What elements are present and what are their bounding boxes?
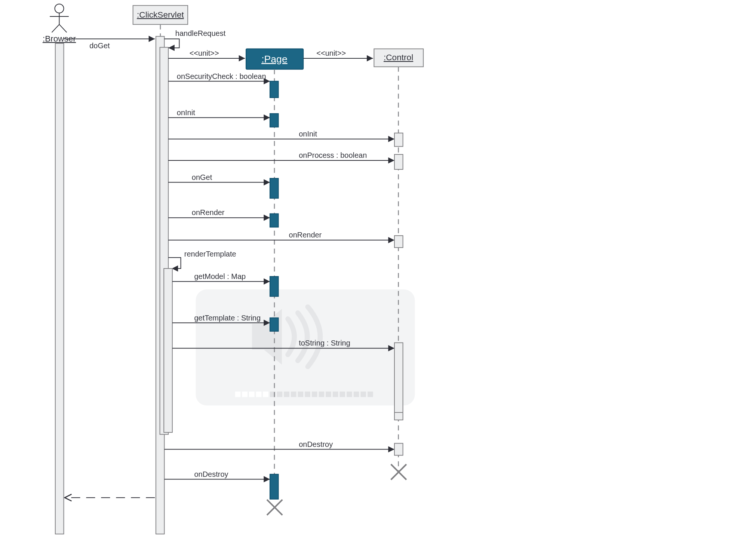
sequence-diagram: :Browser :ClickServlet :Page :Control do… (0, 0, 756, 540)
msg-doget-label: doGet (89, 42, 110, 50)
svg-rect-8 (291, 392, 296, 397)
svg-rect-14 (333, 392, 338, 397)
msg-onsecuritycheck-label: onSecurityCheck : boolean (177, 72, 266, 80)
activation-page-onget (270, 178, 279, 198)
activation-control-ondestroy (394, 444, 403, 455)
activation-page-securitycheck (270, 81, 279, 98)
destroy-control (391, 464, 406, 479)
msg-getmodel-label: getModel : Map (194, 272, 246, 280)
activation-control-onrender (394, 236, 403, 248)
activation-page-gettemplate (270, 318, 279, 331)
activation-clickservlet-rendertemplate (164, 269, 172, 432)
svg-rect-13 (326, 392, 331, 397)
activation-page-getmodel (270, 276, 279, 296)
activation-control-onprocess (394, 154, 403, 169)
svg-rect-16 (347, 392, 352, 397)
activation-control-oninit (394, 133, 403, 147)
svg-rect-15 (339, 392, 345, 397)
svg-rect-19 (368, 392, 373, 397)
msg-oninit-page-label: onInit (177, 108, 195, 117)
msg-handlerequest (165, 39, 179, 48)
msg-oninit-control-label: onInit (299, 130, 317, 138)
msg-tostring-label: toString : String (299, 339, 350, 347)
msg-onprocess-label: onProcess : boolean (299, 151, 367, 159)
activation-page-oninit (270, 114, 279, 127)
svg-rect-9 (298, 392, 304, 397)
svg-rect-7 (284, 392, 289, 397)
svg-rect-6 (277, 392, 283, 397)
msg-handlerequest-label: handleRequest (175, 29, 226, 37)
svg-rect-2 (249, 392, 255, 397)
svg-rect-0 (235, 392, 241, 397)
svg-rect-3 (256, 392, 262, 397)
msg-rendertemplate (168, 258, 181, 269)
destroy-page (267, 500, 282, 515)
msg-ondestroy-page-label: onDestroy (194, 470, 228, 478)
msg-unit-page-label: <<unit>> (190, 49, 219, 57)
msg-onrender-page-label: onRender (192, 208, 225, 217)
actor-browser: :Browser (43, 4, 76, 43)
msg-onget-label: onGet (192, 173, 212, 181)
svg-rect-11 (312, 392, 317, 397)
svg-rect-4 (263, 392, 268, 397)
svg-line-23 (52, 24, 59, 32)
msg-gettemplate-label: getTemplate : String (194, 314, 261, 322)
msg-onrender-control-label: onRender (289, 231, 322, 239)
msg-unit-control-label: <<unit>> (316, 49, 346, 57)
svg-point-20 (55, 4, 64, 13)
svg-rect-18 (360, 392, 366, 397)
svg-rect-10 (305, 392, 310, 397)
activation-control-tostring (394, 343, 403, 420)
svg-rect-17 (354, 392, 359, 397)
msg-rendertemplate-label: renderTemplate (184, 250, 236, 258)
svg-rect-12 (319, 392, 324, 397)
activation-browser (55, 43, 64, 534)
svg-line-24 (59, 24, 67, 32)
msg-ondestroy-control-label: onDestroy (299, 440, 333, 448)
activation-page-onrender (270, 214, 279, 227)
clickservlet-label: :ClickServlet (137, 10, 184, 19)
activation-page-ondestroy (270, 474, 279, 499)
svg-rect-1 (242, 392, 248, 397)
page-label: :Page (261, 53, 288, 65)
control-label: :Control (384, 53, 413, 62)
